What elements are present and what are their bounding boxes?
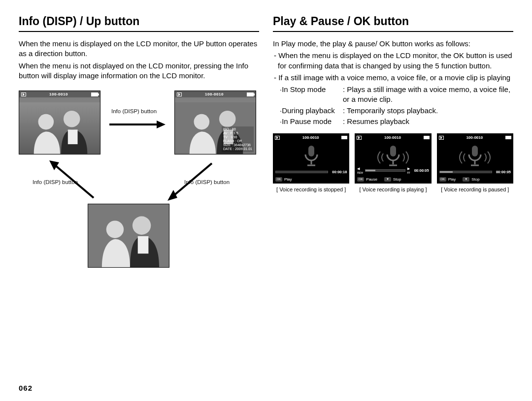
key-icon: ▼ xyxy=(384,177,391,182)
battery-icon xyxy=(424,136,430,139)
image-counter: 100-0010 xyxy=(49,92,68,96)
left-title: Info (DISP) / Up button xyxy=(19,15,259,32)
lcd-voice-screen: 100-0010 00:00:05OKPlay▼Stop xyxy=(437,133,513,184)
svg-rect-11 xyxy=(138,236,149,253)
left-body: When the menu is displayed on the LCD mo… xyxy=(19,39,259,81)
control-label: Play xyxy=(284,177,292,182)
microphone-icon xyxy=(455,143,495,168)
image-counter: 100-0010 xyxy=(302,135,319,140)
right-column: Play & Pause / OK button In Play mode, t… xyxy=(273,15,513,278)
svg-point-2 xyxy=(64,111,80,127)
info-iso: ISO : 80 xyxy=(223,127,252,131)
control-label: Play xyxy=(448,177,456,182)
battery-icon xyxy=(505,136,511,139)
right-intro: In Play mode, the play & pause/ OK butto… xyxy=(273,39,513,49)
progress-bar: 00:00:18 xyxy=(275,170,347,174)
mode-label: ·In Pause mode xyxy=(280,117,343,126)
lcd-preview-no-overlay xyxy=(88,204,169,268)
svg-rect-21 xyxy=(390,146,396,156)
svg-rect-0 xyxy=(19,102,100,154)
svg-rect-24 xyxy=(472,146,478,156)
battery-icon xyxy=(91,93,98,96)
key-icon: OK xyxy=(439,177,446,182)
battery-icon xyxy=(341,136,347,139)
control-label: Stop xyxy=(393,177,401,182)
voice-screenshot: 100-0010 00:00:18OKPlay[ Voice recording… xyxy=(273,133,349,192)
lcd-voice-screen: 100-0010 00:00:18OKPlay xyxy=(273,133,349,184)
control-hint: ▼Stop xyxy=(463,177,479,182)
microphone-icon xyxy=(292,143,331,168)
info-disp-diagram: 100-0010 100-0010 xyxy=(19,91,259,278)
screenshot-caption: [ Voice recording is paused ] xyxy=(437,186,513,192)
arrow-up-left-icon xyxy=(44,158,103,203)
screenshot-caption: [ Voice recording is stopped ] xyxy=(273,186,349,192)
svg-point-6 xyxy=(219,111,236,127)
playback-controls: OKPause▼Stop xyxy=(357,177,429,182)
arrow-down-left-icon xyxy=(163,158,222,203)
wedding-photo-icon xyxy=(19,102,100,154)
key-icon: OK xyxy=(357,177,364,182)
screenshot-caption: [ Voice recording is playing ] xyxy=(355,186,431,192)
control-label: Pause xyxy=(366,177,377,182)
mode-pause: ·In Pause mode : Resumes playback xyxy=(273,117,513,126)
control-label: Stop xyxy=(471,177,479,182)
voice-screenshot: 100-0010 ◀REW▶FF00:00:05OKPause▼Stop[ Vo… xyxy=(355,133,431,192)
playback-mode-icon xyxy=(177,93,182,96)
playback-mode-icon xyxy=(439,136,444,140)
voice-screenshot: 100-0010 00:00:05OKPlay▼Stop[ Voice reco… xyxy=(437,133,513,192)
playback-mode-icon xyxy=(21,93,26,96)
svg-point-5 xyxy=(194,114,210,130)
image-counter: 100-0010 xyxy=(466,135,483,140)
svg-line-14 xyxy=(55,165,94,198)
playback-mode-icon xyxy=(357,136,362,140)
playback-controls: OKPlay xyxy=(275,177,347,182)
playback-timer: 00:00:05 xyxy=(494,170,511,174)
playback-controls: OKPlay▼Stop xyxy=(439,177,511,182)
playback-timer: 00:00:18 xyxy=(330,170,347,174)
control-hint: OKPlay xyxy=(275,177,292,182)
left-para1: When the menu is displayed on the LCD mo… xyxy=(19,39,259,59)
svg-rect-3 xyxy=(68,129,78,144)
info-flash: FLASH : Off xyxy=(223,139,252,143)
svg-line-16 xyxy=(173,163,212,196)
wedding-photo-icon xyxy=(88,204,169,267)
progress-bar: 00:00:05 xyxy=(439,170,511,174)
playback-mode-icon xyxy=(275,136,280,140)
mode-desc: : Temporarily stops playback. xyxy=(343,106,513,116)
playback-timer: 00:00:05 xyxy=(412,168,429,173)
mode-desc: : Plays a still image with a voice memo,… xyxy=(343,85,513,105)
lcd-preview-basic: 100-0010 xyxy=(19,91,100,154)
mode-label: ·During playback xyxy=(280,106,343,116)
mode-desc: : Resumes playback xyxy=(343,117,513,126)
battery-icon xyxy=(247,93,254,96)
mode-stop: ·In Stop mode : Plays a still image with… xyxy=(273,85,513,105)
microphone-icon xyxy=(373,143,413,168)
control-hint: OKPlay xyxy=(439,177,456,182)
control-hint: OKPause xyxy=(357,177,377,182)
right-title: Play & Pause / OK button xyxy=(273,15,513,32)
right-bullet1: - When the menu is displayed on the LCD … xyxy=(273,51,513,71)
svg-point-9 xyxy=(106,220,124,238)
key-icon: ▼ xyxy=(463,177,469,182)
key-icon: OK xyxy=(275,177,282,182)
info-date: DATE : 2009.01.01 xyxy=(223,147,252,151)
image-info-overlay: ISO : 80 AV : F 3.5 TV : 1/30 FLASH : Of… xyxy=(222,126,254,152)
control-hint: ▼Stop xyxy=(384,177,401,182)
info-tv: TV : 1/30 xyxy=(223,135,252,139)
lcd-preview-with-info: 100-0010 ISO : 80 AV : F 3.5 TV : 1/30 xyxy=(174,91,256,154)
svg-rect-18 xyxy=(308,146,314,156)
lcd-voice-screen: 100-0010 ◀REW▶FF00:00:05OKPause▼Stop xyxy=(355,133,431,184)
svg-point-1 xyxy=(38,114,54,130)
rewind-icon: ◀REW xyxy=(357,167,363,174)
image-counter: 100-0010 xyxy=(384,135,401,140)
page-number: 062 xyxy=(19,384,33,392)
left-column: Info (DISP) / Up button When the menu is… xyxy=(19,15,259,278)
left-para2: When the menu is not displayed on the LC… xyxy=(19,61,259,81)
svg-marker-17 xyxy=(167,190,177,201)
right-bullet2: - If a still image with a voice memo, a … xyxy=(273,73,513,83)
info-size: SIZE : 3648x2736 xyxy=(223,143,252,147)
info-av: AV : F 3.5 xyxy=(223,131,252,135)
arrow-right-icon xyxy=(107,118,166,131)
svg-marker-15 xyxy=(49,160,59,170)
mode-playback: ·During playback : Temporarily stops pla… xyxy=(273,106,513,116)
